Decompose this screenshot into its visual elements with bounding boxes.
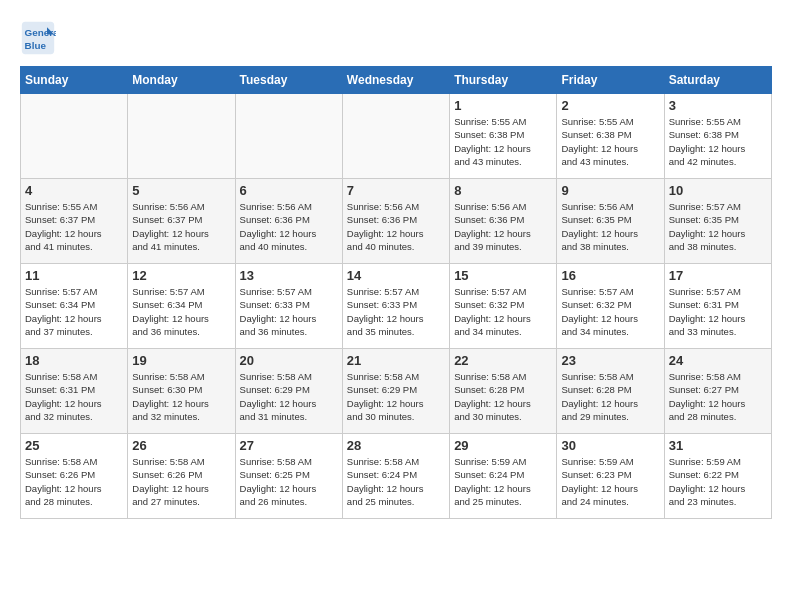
weekday-header-monday: Monday [128,67,235,94]
calendar-week-1: 1Sunrise: 5:55 AM Sunset: 6:38 PM Daylig… [21,94,772,179]
weekday-header-thursday: Thursday [450,67,557,94]
calendar-cell: 24Sunrise: 5:58 AM Sunset: 6:27 PM Dayli… [664,349,771,434]
day-number: 30 [561,438,659,453]
weekday-header-tuesday: Tuesday [235,67,342,94]
calendar-cell: 2Sunrise: 5:55 AM Sunset: 6:38 PM Daylig… [557,94,664,179]
weekday-header-sunday: Sunday [21,67,128,94]
day-number: 15 [454,268,552,283]
day-info: Sunrise: 5:56 AM Sunset: 6:36 PM Dayligh… [240,200,338,253]
page-header: General Blue [20,20,772,56]
day-info: Sunrise: 5:55 AM Sunset: 6:38 PM Dayligh… [454,115,552,168]
day-info: Sunrise: 5:55 AM Sunset: 6:38 PM Dayligh… [669,115,767,168]
calendar-cell: 21Sunrise: 5:58 AM Sunset: 6:29 PM Dayli… [342,349,449,434]
day-number: 21 [347,353,445,368]
day-info: Sunrise: 5:57 AM Sunset: 6:32 PM Dayligh… [561,285,659,338]
day-number: 8 [454,183,552,198]
calendar-cell: 10Sunrise: 5:57 AM Sunset: 6:35 PM Dayli… [664,179,771,264]
calendar-cell: 9Sunrise: 5:56 AM Sunset: 6:35 PM Daylig… [557,179,664,264]
day-info: Sunrise: 5:58 AM Sunset: 6:28 PM Dayligh… [561,370,659,423]
calendar-cell: 13Sunrise: 5:57 AM Sunset: 6:33 PM Dayli… [235,264,342,349]
day-number: 28 [347,438,445,453]
day-number: 16 [561,268,659,283]
calendar-cell [21,94,128,179]
calendar-week-2: 4Sunrise: 5:55 AM Sunset: 6:37 PM Daylig… [21,179,772,264]
calendar-week-4: 18Sunrise: 5:58 AM Sunset: 6:31 PM Dayli… [21,349,772,434]
day-info: Sunrise: 5:56 AM Sunset: 6:35 PM Dayligh… [561,200,659,253]
day-info: Sunrise: 5:58 AM Sunset: 6:25 PM Dayligh… [240,455,338,508]
day-info: Sunrise: 5:59 AM Sunset: 6:22 PM Dayligh… [669,455,767,508]
day-info: Sunrise: 5:57 AM Sunset: 6:34 PM Dayligh… [25,285,123,338]
weekday-header-saturday: Saturday [664,67,771,94]
day-number: 29 [454,438,552,453]
day-info: Sunrise: 5:58 AM Sunset: 6:30 PM Dayligh… [132,370,230,423]
day-number: 7 [347,183,445,198]
day-info: Sunrise: 5:58 AM Sunset: 6:26 PM Dayligh… [25,455,123,508]
day-info: Sunrise: 5:56 AM Sunset: 6:36 PM Dayligh… [347,200,445,253]
day-number: 17 [669,268,767,283]
day-info: Sunrise: 5:59 AM Sunset: 6:23 PM Dayligh… [561,455,659,508]
day-info: Sunrise: 5:58 AM Sunset: 6:31 PM Dayligh… [25,370,123,423]
calendar-body: 1Sunrise: 5:55 AM Sunset: 6:38 PM Daylig… [21,94,772,519]
day-number: 12 [132,268,230,283]
day-number: 18 [25,353,123,368]
day-number: 5 [132,183,230,198]
day-number: 1 [454,98,552,113]
day-number: 23 [561,353,659,368]
day-info: Sunrise: 5:57 AM Sunset: 6:33 PM Dayligh… [240,285,338,338]
day-number: 13 [240,268,338,283]
calendar-cell: 6Sunrise: 5:56 AM Sunset: 6:36 PM Daylig… [235,179,342,264]
day-number: 26 [132,438,230,453]
calendar-cell: 8Sunrise: 5:56 AM Sunset: 6:36 PM Daylig… [450,179,557,264]
day-info: Sunrise: 5:58 AM Sunset: 6:28 PM Dayligh… [454,370,552,423]
calendar-cell: 25Sunrise: 5:58 AM Sunset: 6:26 PM Dayli… [21,434,128,519]
day-number: 31 [669,438,767,453]
day-info: Sunrise: 5:58 AM Sunset: 6:26 PM Dayligh… [132,455,230,508]
calendar-cell: 12Sunrise: 5:57 AM Sunset: 6:34 PM Dayli… [128,264,235,349]
day-info: Sunrise: 5:57 AM Sunset: 6:32 PM Dayligh… [454,285,552,338]
calendar-cell: 18Sunrise: 5:58 AM Sunset: 6:31 PM Dayli… [21,349,128,434]
day-number: 3 [669,98,767,113]
weekday-header-friday: Friday [557,67,664,94]
calendar-cell: 5Sunrise: 5:56 AM Sunset: 6:37 PM Daylig… [128,179,235,264]
day-number: 2 [561,98,659,113]
calendar-week-3: 11Sunrise: 5:57 AM Sunset: 6:34 PM Dayli… [21,264,772,349]
svg-text:Blue: Blue [25,40,47,51]
day-info: Sunrise: 5:57 AM Sunset: 6:35 PM Dayligh… [669,200,767,253]
day-info: Sunrise: 5:57 AM Sunset: 6:31 PM Dayligh… [669,285,767,338]
day-info: Sunrise: 5:59 AM Sunset: 6:24 PM Dayligh… [454,455,552,508]
calendar-cell [128,94,235,179]
calendar-cell: 29Sunrise: 5:59 AM Sunset: 6:24 PM Dayli… [450,434,557,519]
day-number: 11 [25,268,123,283]
calendar-header-row: SundayMondayTuesdayWednesdayThursdayFrid… [21,67,772,94]
calendar-cell: 7Sunrise: 5:56 AM Sunset: 6:36 PM Daylig… [342,179,449,264]
calendar-cell [342,94,449,179]
calendar-cell: 31Sunrise: 5:59 AM Sunset: 6:22 PM Dayli… [664,434,771,519]
calendar-cell: 27Sunrise: 5:58 AM Sunset: 6:25 PM Dayli… [235,434,342,519]
calendar-cell: 28Sunrise: 5:58 AM Sunset: 6:24 PM Dayli… [342,434,449,519]
day-number: 24 [669,353,767,368]
calendar-table: SundayMondayTuesdayWednesdayThursdayFrid… [20,66,772,519]
day-info: Sunrise: 5:56 AM Sunset: 6:36 PM Dayligh… [454,200,552,253]
day-info: Sunrise: 5:58 AM Sunset: 6:29 PM Dayligh… [347,370,445,423]
calendar-cell: 30Sunrise: 5:59 AM Sunset: 6:23 PM Dayli… [557,434,664,519]
calendar-cell: 20Sunrise: 5:58 AM Sunset: 6:29 PM Dayli… [235,349,342,434]
day-info: Sunrise: 5:58 AM Sunset: 6:27 PM Dayligh… [669,370,767,423]
day-info: Sunrise: 5:56 AM Sunset: 6:37 PM Dayligh… [132,200,230,253]
calendar-cell: 3Sunrise: 5:55 AM Sunset: 6:38 PM Daylig… [664,94,771,179]
day-number: 10 [669,183,767,198]
day-number: 14 [347,268,445,283]
logo: General Blue [20,20,62,56]
calendar-cell: 22Sunrise: 5:58 AM Sunset: 6:28 PM Dayli… [450,349,557,434]
calendar-cell: 15Sunrise: 5:57 AM Sunset: 6:32 PM Dayli… [450,264,557,349]
calendar-week-5: 25Sunrise: 5:58 AM Sunset: 6:26 PM Dayli… [21,434,772,519]
day-number: 9 [561,183,659,198]
day-info: Sunrise: 5:57 AM Sunset: 6:33 PM Dayligh… [347,285,445,338]
calendar-cell: 14Sunrise: 5:57 AM Sunset: 6:33 PM Dayli… [342,264,449,349]
calendar-cell: 1Sunrise: 5:55 AM Sunset: 6:38 PM Daylig… [450,94,557,179]
day-number: 6 [240,183,338,198]
day-number: 25 [25,438,123,453]
day-number: 19 [132,353,230,368]
calendar-cell: 26Sunrise: 5:58 AM Sunset: 6:26 PM Dayli… [128,434,235,519]
day-info: Sunrise: 5:58 AM Sunset: 6:24 PM Dayligh… [347,455,445,508]
day-info: Sunrise: 5:55 AM Sunset: 6:37 PM Dayligh… [25,200,123,253]
